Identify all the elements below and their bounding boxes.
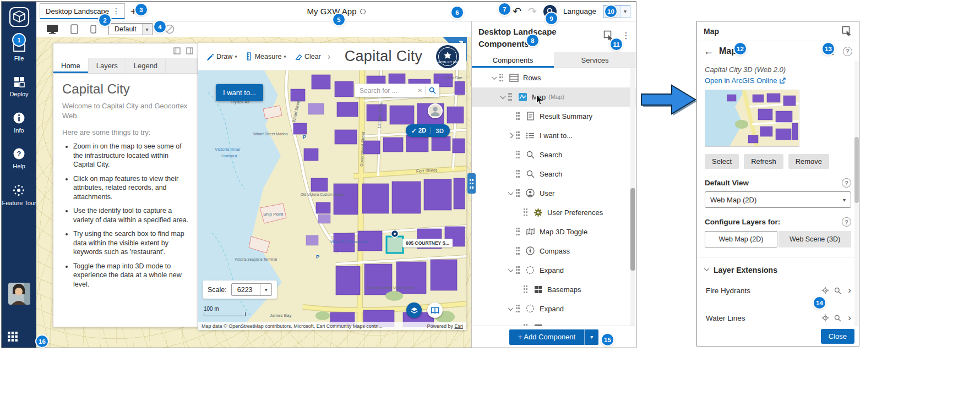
bookmarks-button[interactable] [427,302,443,318]
preset-select[interactable]: Default ▾ [108,23,153,35]
tree-item-i-want-to[interactable]: I want to... [472,126,636,145]
back-button[interactable]: ← [704,46,714,57]
panel-splitter-handle[interactable] [467,173,476,194]
open-arcgis-link[interactable]: Open in ArcGIS Online [705,76,851,85]
phone-device-icon[interactable] [90,25,96,34]
chevron-down-icon[interactable] [508,267,513,272]
tree-item-map[interactable]: Map (Map) [472,87,636,107]
layer-row-fire-hydrants[interactable]: Fire Hydrants › [705,279,851,302]
scale-select[interactable]: 6223 ▾ [231,283,272,296]
geocortex-logo-icon[interactable] [8,6,30,28]
drag-handle[interactable] [516,151,520,158]
draw-tool-button[interactable]: Draw ▾ [204,50,239,63]
close-button[interactable]: Close [821,329,854,344]
drag-handle[interactable] [524,208,527,216]
design-surface[interactable]: Home Layers Legend Capital City Welcome … [36,37,471,348]
map-canvas[interactable]: P P Hyack Air Victoria Inner Harbour Wha… [198,70,466,330]
chevron-right-icon[interactable]: › [848,312,851,323]
collapse-panel-icon[interactable] [173,47,181,54]
segment-web-scene-3d[interactable]: Web Scene (3D) [778,231,851,248]
tab-legend[interactable]: Legend [126,58,166,73]
add-component-dropdown[interactable]: ▾ [584,329,598,345]
desktop-device-icon[interactable] [46,24,58,34]
esri-link[interactable]: Esri [455,323,464,329]
help-icon[interactable]: ? [842,217,851,227]
drag-handle[interactable] [516,266,520,274]
tree-item-expand[interactable]: Expand [472,299,636,318]
more-tools-icon[interactable]: › [326,52,331,62]
drag-handle[interactable] [516,305,520,312]
tab-components[interactable]: Components [472,52,554,68]
drag-handle[interactable] [516,170,520,178]
basemap-toggle-button[interactable] [406,302,422,318]
segment-web-map-2d[interactable]: Web Map (2D) [705,231,777,248]
drag-handle[interactable] [516,228,520,235]
panel-menu-icon[interactable]: ⋮ [622,30,630,41]
tab-layers[interactable]: Layers [89,58,126,73]
tree-item-search[interactable]: Search [472,164,636,184]
drag-handle[interactable] [516,189,520,197]
mode-3d-button[interactable]: 3D [431,128,450,134]
tree-item-map-3d-toggle[interactable]: Map 3D Toggle [472,222,636,241]
drag-handle[interactable] [499,74,503,81]
undo-button[interactable]: ↶ [513,5,521,18]
tree-item-user[interactable]: User [472,184,636,203]
chevron-down-icon[interactable] [508,305,513,311]
default-view-select[interactable]: Web Map (2D) ▾ [705,191,851,208]
selected-parcel[interactable] [386,237,403,253]
tab-menu-icon[interactable]: ⋮ [109,7,123,15]
select-button[interactable]: Select [705,154,739,169]
clear-search-icon[interactable]: ✕ [415,87,425,94]
tree-item-expand[interactable]: Expand [472,261,636,280]
drag-handle[interactable] [524,285,527,293]
sidebar-item-help[interactable]: ? Help [13,147,25,170]
remove-button[interactable]: Remove [788,154,829,169]
redo-button[interactable]: ↷ [528,5,537,18]
chevron-down-icon[interactable] [500,94,505,99]
mode-2d-button[interactable]: ✓2D [406,127,431,135]
select-component-icon[interactable] [603,30,614,41]
select-component-icon[interactable] [842,26,852,36]
tree-scrollbar-thumb[interactable] [630,188,635,271]
layer-search-icon[interactable] [834,287,841,294]
i-want-to-button[interactable]: I want to... [216,84,263,101]
drag-handle[interactable] [516,131,520,139]
chevron-right-icon[interactable] [508,133,513,138]
tab-services[interactable]: Services [554,52,636,68]
sidebar-item-deploy[interactable]: Deploy [9,76,28,98]
expand-panel-icon[interactable] [186,47,193,54]
chevron-down-icon[interactable] [508,190,513,195]
tree-item-search[interactable]: Search [472,145,636,164]
tree-item-compass[interactable]: Compass [472,241,636,261]
map-mode-toggle[interactable]: ✓2D 3D [406,124,450,137]
drag-handle[interactable] [524,324,527,326]
search-icon[interactable] [426,87,439,94]
tree-item-result-summary[interactable]: Result Summary [472,107,636,126]
user-avatar[interactable] [8,283,30,305]
chevron-right-icon[interactable]: › [848,285,851,296]
clear-tool-button[interactable]: Clear [292,51,323,63]
tablet-device-icon[interactable] [70,24,78,34]
map-user-avatar[interactable] [428,103,443,118]
add-component-button[interactable]: + Add Component [509,329,584,345]
tree-item-user-preferences[interactable]: User Preferences [472,203,636,222]
help-icon[interactable]: ? [842,178,851,188]
zoom-to-layer-icon[interactable] [821,287,829,294]
chevron-down-icon[interactable] [491,74,497,80]
app-panel-preview[interactable]: Home Layers Legend Capital City Welcome … [53,43,198,327]
layer-search-icon[interactable] [834,315,841,322]
map-search-box[interactable]: Search for ... ✕ [355,84,439,97]
tab-home[interactable]: Home [53,58,89,73]
app-grid-icon[interactable] [7,331,18,342]
sidebar-item-info[interactable]: Info [13,112,25,135]
drag-handle[interactable] [516,247,520,255]
panel-scrollbar-thumb[interactable] [854,137,859,203]
tree-item-basemaps[interactable]: Basemaps [472,280,636,299]
zoom-to-layer-icon[interactable] [821,314,829,322]
drag-handle[interactable] [508,93,512,101]
layer-row-water-lines[interactable]: Water Lines › [705,306,851,326]
drag-handle[interactable] [516,112,520,120]
tree-item-rows[interactable]: Rows [472,68,636,87]
refresh-button[interactable]: Refresh [744,154,783,169]
layer-extensions-section[interactable]: Layer Extensions [705,266,851,274]
